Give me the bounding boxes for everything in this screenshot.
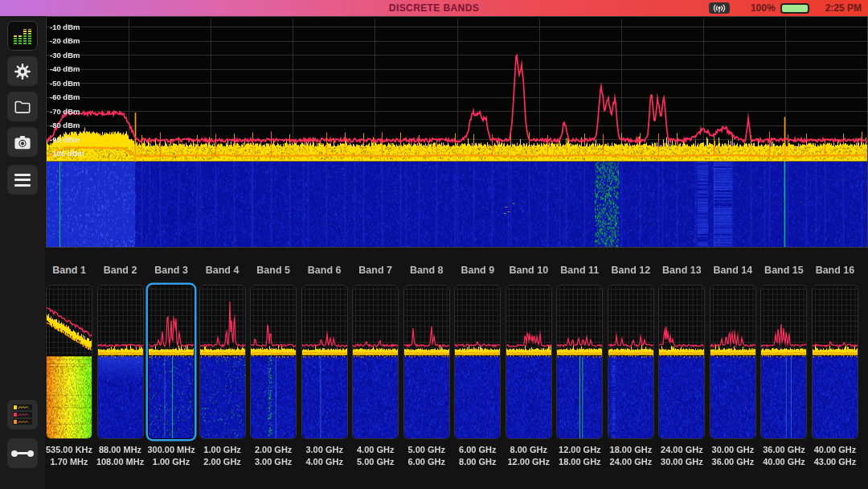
band-start-frequency: 5.00 GHz [407,444,444,456]
band-thumbnail-canvas[interactable] [353,286,398,438]
menu-button[interactable] [7,165,38,195]
band-thumbnail-canvas[interactable] [98,286,143,438]
band-item[interactable]: Band 6 3.00 GHz 4.00 GHz [301,264,348,468]
band-thumbnail[interactable] [403,285,450,439]
band-thumbnail[interactable] [556,285,603,439]
band-start-frequency: 4.00 GHz [357,444,394,456]
band-thumbnail[interactable] [46,285,92,439]
battery-percent-label: 100% [751,2,776,14]
band-label: Band 13 [662,264,702,277]
band-thumbnail-canvas[interactable] [149,286,194,438]
marker-button[interactable] [7,438,38,468]
band-label: Band 12 [612,264,651,277]
band-label: Band 4 [206,264,240,277]
band-label: Band 14 [714,264,753,277]
status-group: 100% 2:25 PM [709,0,862,16]
band-stop-frequency: 6.00 GHz [407,456,444,468]
band-thumbnail-canvas[interactable] [47,286,92,438]
band-stop-frequency: 36.00 GHz [712,456,755,468]
band-label: Band 3 [154,264,188,277]
traces-button[interactable] [7,400,38,429]
band-thumbnail-canvas[interactable] [404,286,449,438]
band-label: Band 11 [560,264,599,277]
band-label: Band 5 [256,264,290,277]
band-thumbnail-canvas[interactable] [251,286,296,438]
band-stop-frequency: 24.00 GHz [610,456,653,468]
band-thumbnail[interactable] [506,285,552,439]
band-thumbnail[interactable] [199,285,246,439]
settings-button[interactable] [7,56,38,86]
band-start-frequency: 18.00 GHz [610,444,653,456]
spectrum-display[interactable] [47,17,867,247]
band-start-frequency: 3.00 GHz [305,444,342,456]
band-thumbnail-canvas[interactable] [200,286,245,438]
marker-line-icon [13,450,32,457]
band-item[interactable]: Band 7 4.00 GHz 5.00 GHz [352,264,399,468]
page-title: DISCRETE BANDS [389,0,479,16]
band-thumbnail[interactable] [97,285,144,439]
band-stop-frequency: 3.00 GHz [255,456,292,468]
band-item[interactable]: Band 11 12.00 GHz 18.00 GHz [556,264,603,468]
band-thumbnail[interactable] [148,285,194,439]
band-thumbnail[interactable] [760,285,807,439]
band-stop-frequency: 8.00 GHz [459,456,496,468]
band-stop-frequency: 12.00 GHz [507,456,550,468]
band-thumbnail[interactable] [812,285,858,439]
band-start-frequency: 535.00 KHz [46,444,92,456]
band-thumbnail-canvas[interactable] [608,286,653,438]
band-item[interactable]: Band 4 1.00 GHz 2.00 GHz [199,264,246,468]
band-thumbnail[interactable] [608,285,654,439]
band-item[interactable]: Band 10 8.00 GHz 12.00 GHz [506,264,552,468]
band-stop-frequency: 108.00 MHz [96,456,144,468]
band-item[interactable]: Band 8 5.00 GHz 6.00 GHz [403,264,450,468]
band-thumbnail-canvas[interactable] [813,286,858,438]
band-stop-frequency: 1.70 MHz [50,456,88,468]
band-item[interactable]: Band 12 18.00 GHz 24.00 GHz [608,264,654,468]
band-thumbnail[interactable] [454,285,501,439]
band-thumbnail[interactable] [250,285,297,439]
battery-icon [780,3,809,14]
band-start-frequency: 8.00 GHz [510,444,547,456]
band-start-frequency: 12.00 GHz [559,444,601,456]
screenshot-button[interactable] [7,127,38,157]
band-start-frequency: 1.00 GHz [203,444,240,456]
spectrum-bands-button[interactable] [7,21,38,51]
spectrum-waterfall-panel: -10 dBm-20 dBm-30 dBm-40 dBm-50 dBm-60 d… [46,16,868,248]
band-item[interactable]: Band 13 24.00 GHz 30.00 GHz [658,264,705,468]
band-thumbnail-canvas[interactable] [302,286,347,438]
band-thumbnail[interactable] [710,285,756,439]
band-thumbnail[interactable] [352,285,399,439]
band-stop-frequency: 5.00 GHz [357,456,394,468]
files-button[interactable] [7,92,38,121]
band-item[interactable]: Band 14 30.00 GHz 36.00 GHz [710,264,756,468]
band-thumbnail[interactable] [301,285,348,439]
band-thumbnail-canvas[interactable] [710,286,755,438]
band-item[interactable]: Band 5 2.00 GHz 3.00 GHz [250,264,297,468]
band-thumbnail-canvas[interactable] [659,286,704,438]
band-stop-frequency: 30.00 GHz [661,456,703,468]
band-thumbnail-canvas[interactable] [506,286,551,438]
band-stop-frequency: 40.00 GHz [763,456,805,468]
band-thumbnail-canvas[interactable] [557,286,602,438]
band-thumbnail-canvas[interactable] [761,286,806,438]
folder-icon [14,99,31,115]
top-status-bar: DISCRETE BANDS 100% 2:25 PM [0,0,868,16]
band-item[interactable]: Band 15 36.00 GHz 40.00 GHz [760,264,807,468]
band-start-frequency: 30.00 GHz [712,444,755,456]
band-item[interactable]: Band 2 88.00 MHz 108.00 MHz [97,264,144,468]
camera-icon [14,134,31,150]
band-item[interactable]: Band 16 40.00 GHz 43.00 GHz [812,264,858,468]
band-start-frequency: 36.00 GHz [763,444,805,456]
band-thumbnail-canvas[interactable] [455,286,500,438]
band-item[interactable]: Band 9 6.00 GHz 8.00 GHz [454,264,501,468]
band-stop-frequency: 4.00 GHz [305,456,342,468]
traces-legend-icon [13,405,32,425]
equalizer-icon [14,27,31,45]
band-label: Band 1 [52,264,86,277]
antenna-icon[interactable] [709,2,730,14]
band-item[interactable]: Band 1 535.00 KHz 1.70 MHz [46,264,92,468]
band-item[interactable]: Band 3 300.00 MHz 1.00 GHz [148,264,194,468]
band-label: Band 8 [410,264,444,277]
band-start-frequency: 24.00 GHz [661,444,703,456]
band-thumbnail[interactable] [658,285,705,439]
